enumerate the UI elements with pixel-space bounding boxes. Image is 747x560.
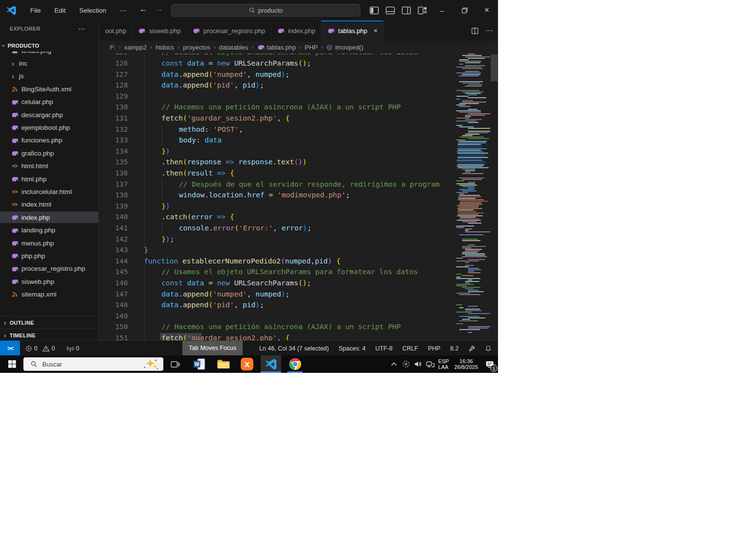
code-line-136[interactable]: 136.then(result => { — [99, 168, 455, 179]
file-item-celular.php[interactable]: celular.php — [0, 96, 98, 108]
volume-icon[interactable] — [412, 361, 424, 368]
language-indicator[interactable]: ESP LAA — [438, 358, 449, 370]
split-editor-icon[interactable] — [471, 27, 479, 35]
network-icon[interactable] — [424, 361, 436, 368]
nav-forward-button[interactable]: → — [153, 4, 165, 14]
vscode-taskbar-tile[interactable] — [261, 355, 281, 373]
file-item-ejemploboot.php[interactable]: ejemploboot.php — [0, 122, 98, 133]
breadcrumb-item-datatables[interactable]: datatables — [219, 44, 249, 51]
notification-center-button[interactable]: 1 — [481, 355, 498, 373]
tray-expand-icon[interactable] — [388, 362, 400, 366]
editor-scrollbar[interactable] — [490, 53, 498, 340]
tab-tablas.php[interactable]: tablas.php× — [321, 20, 384, 41]
code-line-142[interactable]: 142}); — [99, 234, 455, 245]
file-item-sitemap.xml[interactable]: sitemap.xml — [0, 289, 98, 300]
breadcrumb-item-htdocs[interactable]: htdocs — [156, 44, 174, 51]
scrollbar-thumb[interactable] — [491, 54, 498, 81]
problems-indicator[interactable]: 0 0 — [25, 345, 55, 352]
php-tools-icon[interactable] — [466, 345, 478, 352]
code-line-138[interactable]: 138window.location.href = 'modimovped.ph… — [99, 190, 455, 201]
more-actions-icon[interactable]: ⋯ — [485, 26, 493, 35]
tab-sisweb.php[interactable]: sisweb.php — [132, 20, 187, 41]
code-line-125[interactable]: 125// Usamos el objeto URLSearchParams p… — [99, 53, 455, 58]
toggle-sidebar-icon[interactable] — [369, 6, 379, 15]
code-line-151[interactable]: 151fetch('guardar_sesion2.php', { — [99, 332, 455, 340]
code-line-135[interactable]: 135.then(response => response.text()) — [99, 157, 455, 168]
file-item-php.php[interactable]: php.php — [0, 250, 98, 262]
code-editor[interactable]: 125// Usamos el objeto URLSearchParams p… — [99, 53, 455, 340]
code-line-134[interactable]: 134}) — [99, 146, 455, 157]
remote-indicator[interactable]: >< — [0, 341, 20, 356]
customize-layout-icon[interactable] — [417, 6, 427, 15]
file-item-html.php[interactable]: html.php — [0, 173, 98, 185]
breadcrumb-item-lmovped[interactable]: lmovped() — [326, 44, 363, 51]
code-line-148[interactable]: 148data.append('pid', pid); — [99, 299, 455, 311]
code-line-133[interactable]: 133body: data — [99, 135, 455, 146]
status-item-utf-8[interactable]: UTF-8 — [373, 345, 395, 352]
folder-section-header[interactable]: › PRODUCTO — [0, 40, 98, 52]
status-item-ln-46-col-34-7-selected-[interactable]: Ln 46, Col 34 (7 selected) — [257, 345, 331, 352]
breadcrumb-item-PHP[interactable]: PHP — [305, 44, 318, 51]
breadcrumb-item-F[interactable]: F: — [110, 44, 116, 51]
status-item-spaces-4[interactable]: Spaces: 4 — [336, 345, 368, 352]
code-line-128[interactable]: 128data.append('pid', pid); — [99, 80, 455, 91]
code-line-139[interactable]: 139}) — [99, 201, 455, 212]
explorer-more-actions-icon[interactable]: ⋯ — [78, 25, 86, 33]
window-restore-button[interactable] — [453, 0, 476, 20]
file-item-html.html[interactable]: <>html.html — [0, 160, 98, 172]
breadcrumb-item-proyectos[interactable]: proyectos — [183, 44, 210, 51]
file-item-descargar.php[interactable]: descargar.php — [0, 109, 98, 121]
tab-index.php[interactable]: index.php — [271, 20, 321, 41]
ports-indicator[interactable]: 0 — [67, 345, 79, 352]
outline-section[interactable]: › OUTLINE — [0, 316, 98, 329]
tab-moves-focus-indicator[interactable]: Tab Moves Focus — [182, 341, 243, 355]
toggle-secondary-sidebar-icon[interactable] — [401, 6, 411, 15]
code-line-144[interactable]: 144function establecerNumeroPedido2(nump… — [99, 256, 455, 267]
code-line-149[interactable]: 149 — [99, 311, 455, 322]
code-line-129[interactable]: 129 — [99, 91, 455, 102]
clock[interactable]: 16:36 26/8/2025 — [454, 358, 478, 370]
word-taskbar-icon[interactable]: W — [190, 355, 209, 373]
code-line-130[interactable]: 130// Hacemos una petición asíncrona (AJ… — [99, 102, 455, 113]
file-item-grafico.php[interactable]: grafico.php — [0, 147, 98, 159]
menu-file[interactable]: File — [23, 7, 48, 14]
close-tab-icon[interactable]: × — [374, 27, 377, 35]
vscode-taskbar-icon[interactable] — [262, 355, 280, 373]
code-line-146[interactable]: 146const data = new URLSearchParams(); — [99, 278, 455, 289]
code-line-145[interactable]: 145// Usamos el objeto URLSearchParams p… — [99, 266, 455, 278]
window-close-button[interactable]: × — [476, 0, 498, 20]
nav-back-button[interactable]: ← — [137, 4, 150, 14]
file-item-js[interactable]: ›js — [0, 70, 98, 82]
timeline-section[interactable]: › TIMELINE — [0, 329, 98, 340]
taskbar-search-input[interactable]: Buscar — [23, 357, 163, 371]
status-item-crlf[interactable]: CRLF — [400, 345, 421, 352]
start-button[interactable] — [4, 355, 20, 373]
code-line-143[interactable]: 143} — [99, 245, 455, 256]
file-item-incluircelular.html[interactable]: <>incluircelular.html — [0, 186, 98, 197]
chrome-taskbar-icon[interactable] — [286, 355, 304, 373]
code-line-147[interactable]: 147data.append('numped', numped); — [99, 289, 455, 300]
file-item-menus.php[interactable]: menus.php — [0, 237, 98, 249]
file-item-inc[interactable]: ›inc — [0, 57, 98, 69]
xampp-taskbar-icon[interactable]: X — [238, 355, 256, 373]
file-item-funciones.php[interactable]: funciones.php — [0, 135, 98, 146]
code-line-131[interactable]: 131fetch('guardar_sesion2.php', { — [99, 113, 455, 124]
minimap[interactable] — [455, 53, 490, 338]
code-line-132[interactable]: 132method: 'POST', — [99, 124, 455, 135]
menu-edit[interactable]: Edit — [48, 7, 72, 14]
code-line-141[interactable]: 141console.error('Error:', error); — [99, 223, 455, 234]
file-item-index.php[interactable]: index.php — [0, 211, 98, 223]
file-explorer-taskbar-icon[interactable] — [214, 355, 232, 373]
notifications-bell-icon[interactable] — [482, 345, 494, 352]
status-item-php[interactable]: PHP — [426, 345, 443, 352]
tab-oot.php[interactable]: oot.php — [99, 20, 132, 41]
file-item-sisweb.php[interactable]: sisweb.php — [0, 276, 98, 287]
window-minimize-button[interactable]: – — [431, 0, 453, 20]
file-item-BingSiteAuth.xml[interactable]: BingSiteAuth.xml — [0, 83, 98, 95]
toggle-panel-icon[interactable] — [385, 6, 395, 15]
breadcrumb-item-xampp2[interactable]: xampp2 — [124, 44, 147, 51]
code-line-127[interactable]: 127data.append('numped', numped); — [99, 69, 455, 80]
breadcrumb-item-tablas.php[interactable]: tablas.php — [257, 44, 296, 51]
code-line-126[interactable]: 126const data = new URLSearchParams(); — [99, 58, 455, 69]
code-line-140[interactable]: 140.catch(error => { — [99, 211, 455, 223]
